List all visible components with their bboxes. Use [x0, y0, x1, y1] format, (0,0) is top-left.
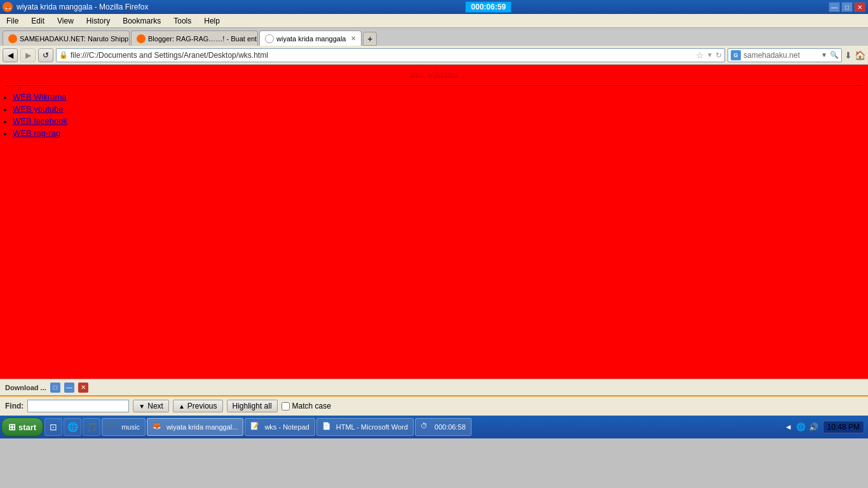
- taskbar-app-firefox[interactable]: 🦊 wiyata krida manggal...: [147, 418, 244, 436]
- title-bar-buttons: — □ ✕: [829, 2, 865, 12]
- minimize-button[interactable]: —: [829, 2, 840, 12]
- find-bar: Find: ▼ Next ▲ Previous Highlight all Ma…: [0, 395, 868, 416]
- refresh-icon[interactable]: ↻: [715, 51, 722, 60]
- tab-bar: SAMEHADAKU.NET: Naruto Shippuden 3... ✕ …: [0, 28, 868, 46]
- firefox-taskbar-icon: 🦊: [153, 422, 163, 432]
- menu-view[interactable]: View: [53, 15, 78, 27]
- next-label: Next: [147, 402, 163, 410]
- tab-icon-samehadaku: [8, 34, 17, 43]
- tray-icons: 🌐 🔊: [796, 422, 819, 432]
- menu-history[interactable]: History: [83, 15, 114, 27]
- title-bar-text: wiyata krida manggala - Mozilla Firefox: [17, 3, 148, 11]
- download-bar: Download ... □ — ✕: [0, 379, 868, 395]
- start-button[interactable]: ⊞ start: [1, 417, 43, 437]
- maximize-button[interactable]: □: [841, 2, 853, 12]
- download-arrow-icon[interactable]: ⬇: [844, 50, 852, 60]
- list-item: WEB facebook: [13, 116, 855, 126]
- taskbar-app-word[interactable]: 📄 HTML - Microsoft Word: [316, 418, 414, 436]
- previous-arrow-icon: ▲: [179, 403, 185, 410]
- search-text: samehadaku.net: [743, 51, 818, 60]
- search-go-button[interactable]: 🔍: [830, 51, 839, 59]
- home-icon[interactable]: 🏠: [855, 50, 865, 60]
- music-app-icon: 🎵: [107, 422, 118, 432]
- new-tab-button[interactable]: +: [363, 32, 377, 46]
- notepad-label: wks - Notepad: [264, 423, 309, 431]
- search-dropdown-icon[interactable]: ▼: [821, 51, 827, 58]
- music-app-label: music: [121, 423, 140, 431]
- tab-label-wiyata: wiyata krida manggala: [276, 35, 346, 43]
- address-input-wrap[interactable]: 🔒 file:///C:/Documents and Settings/Aran…: [56, 48, 725, 62]
- list-item: WEB rag-rag: [13, 128, 855, 138]
- notepad-icon: 📝: [250, 422, 261, 432]
- download-close-button[interactable]: ✕: [78, 383, 88, 393]
- links-list: WEB Wikrama WEB youtube WEB facebook WEB…: [0, 86, 868, 147]
- next-button[interactable]: ▼ Next: [133, 400, 169, 412]
- title-bar: 🦊 wiyata krida manggala - Mozilla Firefo…: [0, 0, 868, 14]
- highlight-label: Highlight all: [233, 402, 272, 410]
- title-timer: 000:06:59: [465, 1, 512, 13]
- title-bar-left: 🦊 wiyata krida manggala - Mozilla Firefo…: [3, 2, 148, 12]
- download-expand-button[interactable]: □: [50, 383, 60, 393]
- page-title-text: smk wikrama: [410, 70, 458, 79]
- tab-blogger[interactable]: Blogger: RAG-RAG……! - Buat entri ✕: [131, 30, 258, 46]
- menu-bookmarks[interactable]: Bookmarks: [119, 15, 165, 27]
- link-wikrama[interactable]: WEB Wikrama: [13, 92, 67, 102]
- match-case-checkbox[interactable]: [281, 402, 290, 410]
- taskbar: ⊞ start ⊡ 🌐 🎵 🎵 music 🦊 wiyata krida man…: [0, 416, 868, 438]
- page-content: smk wikrama WEB Wikrama WEB youtube WEB …: [0, 65, 868, 379]
- firefox-app-label: wiyata krida manggal...: [166, 423, 238, 431]
- timer-app-label: 000:06:58: [435, 423, 466, 431]
- network-tray-icon: 🌐: [796, 422, 806, 432]
- word-icon: 📄: [322, 422, 332, 432]
- taskbar-app-timer[interactable]: ⏱ 000:06:58: [415, 418, 471, 436]
- forward-button[interactable]: ▶: [20, 48, 36, 62]
- search-engine-icon: G: [731, 50, 741, 60]
- tray-expand-icon[interactable]: ◄: [785, 423, 792, 431]
- previous-button[interactable]: ▲ Previous: [173, 400, 223, 412]
- taskbar-right: ◄ 🌐 🔊 10:48 PM: [785, 421, 867, 433]
- reload-button[interactable]: ↺: [38, 48, 53, 62]
- search-wrap[interactable]: G samehadaku.net ▼ 🔍: [728, 48, 842, 62]
- taskbar-app-notepad[interactable]: 📝 wks - Notepad: [245, 418, 315, 436]
- taskbar-ie-icon[interactable]: 🌐: [64, 418, 81, 436]
- menu-bar: File Edit View History Bookmarks Tools H…: [0, 14, 868, 28]
- address-bar: ◀ ▶ ↺ 🔒 file:///C:/Documents and Setting…: [0, 46, 868, 65]
- menu-help[interactable]: Help: [200, 15, 224, 27]
- start-label: start: [18, 423, 36, 432]
- link-youtube[interactable]: WEB youtube: [13, 104, 64, 114]
- menu-tools[interactable]: Tools: [170, 15, 195, 27]
- bookmark-star-icon[interactable]: ☆: [696, 50, 704, 60]
- tab-close-wiyata[interactable]: ✕: [351, 35, 356, 42]
- lock-icon: 🔒: [59, 51, 68, 59]
- timer-app-icon: ⏱: [421, 422, 431, 432]
- page-header: smk wikrama: [0, 65, 868, 85]
- tab-label-blogger: Blogger: RAG-RAG……! - Buat entri: [148, 35, 258, 43]
- download-minimize-button[interactable]: —: [64, 383, 74, 393]
- clock-time: 10:48 PM: [827, 423, 860, 431]
- link-ragrag[interactable]: WEB rag-rag: [13, 128, 60, 138]
- taskbar-app-music[interactable]: 🎵 music: [102, 418, 146, 436]
- list-item: WEB youtube: [13, 104, 855, 114]
- tab-icon-wiyata: [265, 34, 274, 43]
- tab-icon-blogger: [137, 34, 146, 43]
- tab-label-samehadaku: SAMEHADAKU.NET: Naruto Shippuden 3...: [20, 35, 130, 43]
- next-arrow-icon: ▼: [139, 403, 145, 410]
- match-case-label: Match case: [292, 402, 331, 410]
- highlight-all-button[interactable]: Highlight all: [227, 400, 278, 412]
- back-button[interactable]: ◀: [3, 48, 18, 62]
- close-button[interactable]: ✕: [854, 2, 865, 12]
- word-label: HTML - Microsoft Word: [336, 423, 408, 431]
- menu-edit[interactable]: Edit: [27, 15, 48, 27]
- match-case-wrap: Match case: [281, 402, 331, 410]
- taskbar-media-icon[interactable]: 🎵: [83, 418, 100, 436]
- find-label: Find:: [5, 402, 24, 410]
- tab-wiyata[interactable]: wiyata krida manggala ✕: [259, 30, 362, 46]
- link-facebook[interactable]: WEB facebook: [13, 116, 67, 126]
- taskbar-clock[interactable]: 10:48 PM: [823, 421, 864, 433]
- tab-samehadaku[interactable]: SAMEHADAKU.NET: Naruto Shippuden 3... ✕: [3, 30, 130, 46]
- menu-file[interactable]: File: [3, 15, 22, 27]
- taskbar-show-desktop-icon[interactable]: ⊡: [44, 418, 62, 436]
- chevron-icon: ▼: [707, 51, 713, 58]
- find-input[interactable]: [27, 400, 129, 412]
- windows-icon: ⊞: [8, 422, 16, 432]
